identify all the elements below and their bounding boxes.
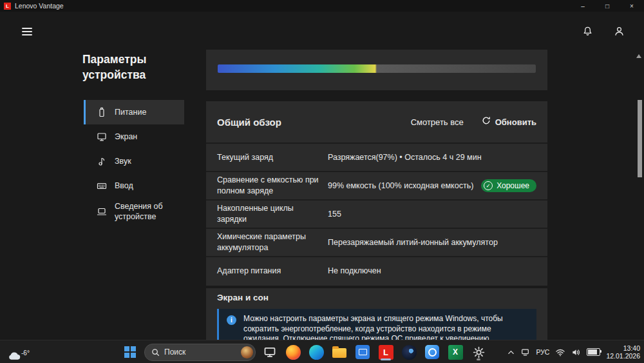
lenovo-logo-icon: L	[4, 3, 11, 10]
tray-display-icon[interactable]	[520, 348, 530, 357]
windows-logo-icon	[124, 346, 136, 358]
weather-widget[interactable]: -6°	[6, 349, 30, 361]
row-value: 99% емкость (100% исходная емкость)	[328, 181, 473, 191]
refresh-icon	[482, 116, 491, 128]
open-app-indicator	[477, 358, 480, 360]
lenovo-vantage-window: L Lenovo Vantage – □ × Параметры устройс…	[0, 0, 644, 363]
taskbar-store[interactable]	[354, 343, 372, 361]
taskbar-pc-icon[interactable]	[261, 343, 279, 361]
store-icon	[355, 345, 370, 359]
refresh-button[interactable]: Обновить	[482, 116, 536, 128]
search-daily-image	[241, 346, 253, 358]
check-icon: ✓	[484, 181, 493, 190]
dark-app-icon	[402, 345, 417, 360]
sidebar-nav: Питание Экран Звук	[84, 100, 184, 225]
language-indicator[interactable]: РУС	[536, 348, 549, 356]
monitor-icon	[97, 132, 108, 142]
cloud-icon	[6, 349, 21, 361]
volume-icon[interactable]	[571, 348, 581, 357]
table-row: Химические параметры аккумулятора Переза…	[206, 228, 547, 256]
settings-gear-icon	[472, 346, 486, 359]
row-label: Химические параметры аккумулятора	[217, 231, 328, 253]
taskbar-firefox[interactable]	[284, 343, 302, 361]
window-title: Lenovo Vantage	[15, 2, 64, 10]
row-value: Перезаряжаемый литий-ионный аккумулятор	[328, 237, 498, 248]
titlebar: L Lenovo Vantage – □ ×	[0, 0, 644, 12]
minimize-button[interactable]: –	[571, 0, 595, 12]
taskbar-excel[interactable]: X	[446, 343, 464, 361]
sidebar-item-audio[interactable]: Звук	[84, 149, 184, 173]
date: 12.01.2026	[606, 352, 640, 360]
folder-icon	[332, 348, 346, 358]
sidebar-item-device-info[interactable]: Сведения об устройстве	[84, 198, 184, 225]
close-button[interactable]: ×	[620, 0, 644, 12]
start-button[interactable]	[121, 343, 139, 361]
sidebar-item-label: Питание	[115, 104, 146, 121]
sidebar-item-label: Звук	[115, 153, 131, 170]
music-note-icon	[97, 156, 108, 167]
page-title: Параметры устройства	[82, 52, 169, 83]
window-controls: – □ ×	[571, 0, 644, 12]
badge-label: Хорошее	[497, 181, 529, 190]
clock[interactable]: 13:40 12.01.2026	[606, 344, 640, 360]
refresh-label: Обновить	[495, 117, 536, 127]
scrollbar-thumb[interactable]	[638, 100, 642, 177]
taskbar-edge[interactable]	[307, 343, 325, 361]
active-app-indicator	[381, 358, 391, 360]
scrollbar-up-arrow[interactable]	[636, 54, 641, 58]
row-value: Не подключен	[328, 266, 381, 276]
table-row: Накопленные циклы зарядки 155	[206, 199, 547, 228]
taskbar-vantage[interactable]: L	[377, 343, 395, 361]
capacity-gradient-bar	[218, 64, 536, 73]
wifi-icon[interactable]	[555, 348, 565, 357]
battery-icon	[97, 107, 108, 118]
row-label: Текущий заряд	[217, 152, 328, 163]
taskbar-explorer[interactable]	[330, 343, 348, 361]
laptop-icon	[97, 206, 108, 217]
overview-card: Общий обзор Смотреть все Обновить Текущи…	[206, 101, 547, 286]
overview-header: Общий обзор Смотреть все Обновить	[206, 101, 547, 142]
search-placeholder: Поиск	[164, 348, 185, 357]
row-label: Сравнение с емкостью при полном заряде	[217, 175, 328, 197]
notifications-bell-icon[interactable]	[582, 26, 593, 39]
photos-icon	[425, 345, 439, 359]
see-all-button[interactable]: Смотреть все	[411, 117, 464, 127]
sidebar-item-label: Экран	[115, 128, 137, 145]
taskbar-photos[interactable]	[423, 343, 441, 361]
row-value: Разряжается(97%) • Осталось 4 ч 29 мин	[328, 152, 482, 162]
section-title: Общий обзор	[217, 117, 281, 128]
taskbar-app-dark[interactable]	[400, 343, 418, 361]
section-title: Экран и сон	[206, 288, 547, 309]
sidebar-item-label: Ввод	[115, 177, 133, 194]
weather-temp: -6°	[21, 349, 30, 357]
menu-icon[interactable]	[22, 28, 32, 37]
sidebar-item-input[interactable]: Ввод	[84, 173, 184, 198]
keyboard-icon	[97, 181, 108, 191]
sidebar-item-display[interactable]: Экран	[84, 124, 184, 149]
info-icon: i	[227, 315, 236, 325]
sidebar-item-label: Сведения об устройстве	[115, 198, 184, 225]
search-input[interactable]: Поиск	[144, 344, 256, 361]
table-row: Сравнение с емкостью при полном заряде 9…	[206, 171, 547, 199]
row-value: 155	[328, 209, 341, 219]
user-account-icon[interactable]	[614, 26, 625, 39]
table-row: Адаптер питания Не подключен	[206, 256, 547, 284]
time: 13:40	[606, 344, 640, 353]
vantage-icon: L	[379, 345, 393, 360]
capacity-card	[206, 50, 547, 90]
excel-icon: X	[448, 345, 463, 360]
table-row: Текущий заряд Разряжается(97%) • Осталос…	[206, 142, 547, 171]
taskbar-settings[interactable]	[469, 343, 488, 361]
maximize-button[interactable]: □	[595, 0, 620, 12]
chevron-up-icon[interactable]	[507, 349, 515, 356]
edge-icon	[309, 345, 324, 360]
row-label: Адаптер питания	[217, 266, 328, 277]
sidebar-item-power[interactable]: Питание	[84, 100, 184, 124]
row-label: Накопленные циклы зарядки	[217, 203, 328, 225]
firefox-icon	[286, 345, 301, 360]
search-icon	[151, 348, 160, 357]
status-badge: ✓ Хорошее	[481, 179, 536, 192]
taskbar: -6° Поиск L	[0, 340, 644, 363]
pc-icon	[263, 346, 276, 358]
battery-tray-icon[interactable]	[587, 348, 600, 356]
